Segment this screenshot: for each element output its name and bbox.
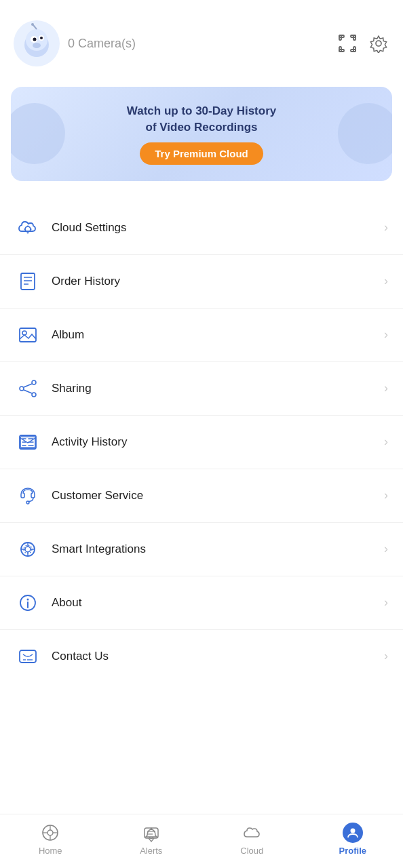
svg-point-53 [350,829,355,833]
svg-point-26 [32,380,36,384]
banner-deco-left [11,103,65,164]
sharing-label: Sharing [52,382,384,395]
menu-item-order-history[interactable]: Order History › [0,255,403,309]
svg-point-35 [25,547,31,552]
home-icon [40,823,60,843]
menu-item-smart-integrations[interactable]: Smart Integrations › [0,523,403,576]
contact-us-icon [15,644,41,669]
svg-point-7 [31,23,34,26]
customer-service-label: Customer Service [52,489,384,502]
menu-item-album[interactable]: Album › [0,309,403,362]
menu-item-contact-us[interactable]: Contact Us › [0,630,403,683]
header-left: 0 Camera(s) [14,20,136,66]
nav-item-cloud[interactable]: Cloud [202,823,303,856]
svg-rect-20 [21,273,35,290]
header-icons [337,33,389,54]
svg-point-4 [33,38,37,41]
about-chevron: › [384,595,388,610]
activity-history-icon [15,429,41,455]
bottom-nav: Home Alerts Cloud [0,814,403,868]
svg-point-5 [40,37,43,39]
svg-point-44 [47,830,53,835]
cloud-nav-label: Cloud [240,846,263,856]
about-icon [15,590,41,616]
cloud-settings-label: Cloud Settings [52,221,384,235]
banner-content: Watch up to 30-Day Historyof Video Recor… [127,103,276,165]
settings-icon[interactable] [368,33,389,54]
alerts-nav-label: Alerts [140,846,162,856]
camera-count: 0 Camera(s) [68,37,136,51]
banner-title: Watch up to 30-Day Historyof Video Recor… [127,103,276,136]
svg-line-6 [33,25,37,29]
svg-rect-24 [20,328,36,342]
banner-deco-right [338,103,392,164]
profile-icon [343,823,363,843]
scan-icon[interactable] [337,33,358,54]
cloud-icon [242,823,262,843]
nav-item-alerts[interactable]: Alerts [101,823,202,856]
menu-item-about[interactable]: About › [0,576,403,630]
nav-item-home[interactable]: Home [0,823,101,856]
avatar[interactable] [14,20,60,66]
svg-point-28 [32,393,36,397]
profile-avatar [343,823,363,843]
smart-integrations-icon [15,536,41,562]
profile-nav-label: Profile [339,846,366,856]
contact-us-chevron: › [384,649,388,663]
svg-marker-17 [370,36,386,53]
menu-item-cloud-settings[interactable]: Cloud Settings › [0,201,403,255]
menu-item-customer-service[interactable]: Customer Service › [0,469,403,523]
svg-point-38 [27,598,29,600]
order-history-label: Order History [52,275,384,288]
cloud-settings-icon [15,215,41,241]
contact-us-label: Contact Us [52,650,384,663]
activity-history-chevron: › [384,435,388,449]
smart-integrations-label: Smart Integrations [52,542,384,556]
sharing-icon [15,376,41,401]
customer-service-chevron: › [384,488,388,502]
sharing-chevron: › [384,381,388,395]
activity-history-label: Activity History [52,435,384,449]
order-history-chevron: › [384,274,388,288]
home-nav-label: Home [39,846,62,856]
svg-point-33 [26,501,29,504]
svg-point-27 [20,387,24,391]
menu-item-activity-history[interactable]: Activity History › [0,416,403,469]
premium-banner: Watch up to 30-Day Historyof Video Recor… [11,87,392,181]
svg-line-29 [24,384,32,387]
customer-service-icon [15,483,41,509]
smart-integrations-chevron: › [384,542,388,556]
order-history-icon [15,269,41,294]
menu-item-sharing[interactable]: Sharing › [0,362,403,416]
album-icon [15,322,41,348]
about-label: About [52,596,384,610]
alerts-icon [141,823,161,843]
album-chevron: › [384,328,388,342]
svg-point-8 [33,43,41,48]
header: 0 Camera(s) [0,0,403,73]
try-premium-button[interactable]: Try Premium Cloud [140,142,263,165]
svg-line-30 [24,390,32,393]
svg-point-18 [376,41,381,46]
album-label: Album [52,328,384,342]
nav-item-profile[interactable]: Profile [303,823,404,856]
cloud-settings-chevron: › [384,220,388,235]
menu-list: Cloud Settings › Order History › Album › [0,195,403,814]
